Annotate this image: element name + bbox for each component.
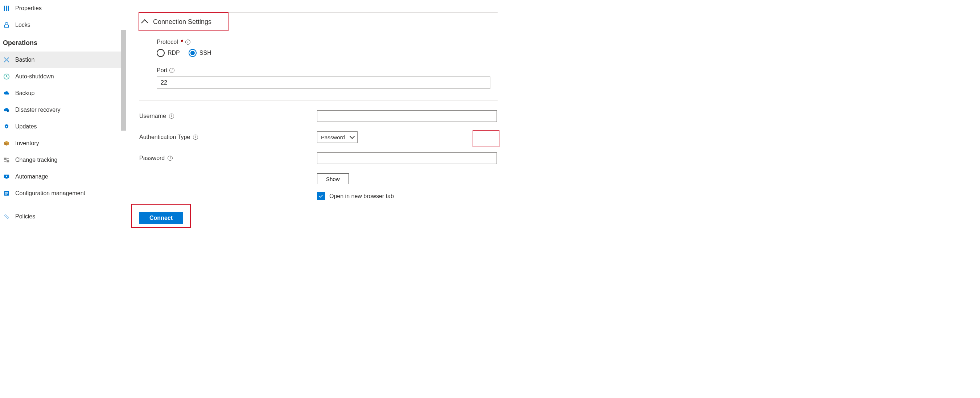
open-new-tab-label: Open in new browser tab — [329, 193, 394, 199]
sidebar-item-label: Updates — [15, 123, 122, 130]
password-row: Password i — [139, 152, 967, 164]
sidebar-item-backup[interactable]: Backup — [0, 85, 126, 102]
authtype-row: Authentication Type i Password — [139, 131, 967, 143]
svg-rect-2 — [8, 6, 9, 11]
cloud-dr-icon — [3, 106, 10, 113]
svg-rect-3 — [5, 25, 9, 27]
sidebar-item-locks[interactable]: Locks — [0, 17, 126, 33]
connection-settings-header[interactable]: Connection Settings — [139, 13, 214, 30]
sidebar-item-properties[interactable]: Properties — [0, 0, 126, 17]
svg-rect-8 — [6, 160, 9, 162]
username-label: Username — [139, 113, 166, 119]
sidebar-item-config-mgmt[interactable]: Configuration management — [0, 185, 126, 202]
sidebar-item-label: Bastion — [15, 57, 122, 63]
automanage-icon — [3, 173, 10, 180]
sidebar-item-bastion[interactable]: Bastion — [0, 51, 126, 68]
lock-icon — [3, 21, 10, 29]
radio-dot — [189, 49, 197, 57]
sidebar-item-label: Disaster recovery — [15, 107, 122, 113]
sidebar-item-label: Auto-shutdown — [15, 73, 122, 80]
authtype-label: Authentication Type — [139, 134, 190, 140]
password-input[interactable] — [317, 152, 497, 164]
svg-rect-1 — [6, 6, 7, 11]
port-field: Port i — [157, 67, 967, 74]
policies-icon — [3, 213, 10, 220]
bastion-icon — [3, 56, 10, 64]
open-new-tab-checkbox[interactable]: Open in new browser tab — [317, 192, 394, 200]
sidebar-item-label: Properties — [15, 5, 122, 12]
connect-button[interactable]: Connect — [139, 212, 183, 224]
protocol-label-text: Protocol — [157, 39, 178, 45]
info-icon[interactable]: i — [169, 113, 174, 119]
required-asterisk: * — [181, 39, 183, 45]
change-tracking-icon — [3, 156, 10, 164]
protocol-field: Protocol * i — [157, 39, 967, 45]
box-icon — [3, 140, 10, 147]
sidebar-item-label: Automanage — [15, 174, 122, 180]
main-content: Connection Settings Protocol * i RDP SSH — [126, 0, 980, 398]
port-label-text: Port — [157, 67, 167, 74]
sidebar-scroll[interactable]: Properties Locks Operations — [0, 0, 126, 398]
svg-point-11 — [6, 175, 7, 177]
show-button-label: Show — [326, 176, 340, 182]
sidebar-item-label: Locks — [15, 22, 122, 28]
sidebar-item-automanage[interactable]: Automanage — [0, 168, 126, 185]
protocol-radio-group: RDP SSH — [157, 49, 967, 57]
svg-rect-15 — [5, 194, 7, 194]
protocol-radio-rdp[interactable]: RDP — [157, 49, 180, 57]
sidebar-scrollbar-thumb[interactable] — [121, 30, 126, 131]
divider — [139, 100, 498, 101]
sidebar-item-disaster-recovery[interactable]: Disaster recovery — [0, 102, 126, 118]
sidebar: Properties Locks Operations — [0, 0, 126, 398]
sidebar-item-label: Inventory — [15, 140, 122, 146]
radio-dot — [157, 49, 165, 57]
sidebar-item-inventory[interactable]: Inventory — [0, 135, 126, 152]
svg-point-6 — [6, 126, 7, 127]
sidebar-item-label: Backup — [15, 90, 122, 97]
protocol-radio-ssh[interactable]: SSH — [189, 49, 212, 57]
connect-button-label: Connect — [150, 215, 173, 221]
sidebar-item-label: Policies — [15, 213, 122, 220]
info-icon[interactable]: i — [185, 40, 191, 45]
protocol-radio-rdp-label: RDP — [167, 50, 180, 56]
svg-rect-7 — [4, 158, 6, 160]
username-row: Username i — [139, 110, 967, 122]
svg-point-5 — [7, 110, 9, 112]
protocol-radio-ssh-label: SSH — [199, 50, 212, 56]
svg-point-16 — [5, 215, 6, 217]
show-button[interactable]: Show — [317, 174, 349, 184]
svg-point-17 — [6, 217, 8, 218]
port-label: Port i — [157, 67, 175, 74]
checkbox-box — [317, 192, 325, 200]
divider — [139, 12, 498, 13]
sidebar-item-updates[interactable]: Updates — [0, 118, 126, 135]
password-label: Password — [139, 155, 165, 161]
clock-icon — [3, 73, 10, 80]
connection-settings-title: Connection Settings — [153, 18, 212, 26]
sidebar-group-operations: Operations — [0, 33, 126, 50]
svg-rect-0 — [4, 6, 5, 11]
protocol-label: Protocol * i — [157, 39, 191, 45]
info-icon[interactable]: i — [193, 135, 198, 140]
info-icon[interactable]: i — [167, 156, 173, 161]
sidebar-item-auto-shutdown[interactable]: Auto-shutdown — [0, 68, 126, 85]
sidebar-item-policies[interactable]: Policies — [0, 208, 126, 225]
svg-rect-13 — [5, 192, 8, 192]
port-input[interactable] — [157, 76, 490, 89]
chevron-up-icon — [141, 19, 148, 27]
show-row: Show — [139, 174, 967, 184]
authtype-select[interactable]: Password — [317, 131, 358, 143]
config-mgmt-icon — [3, 190, 10, 197]
newtab-row: Open in new browser tab — [139, 192, 967, 200]
sidebar-item-change-tracking[interactable]: Change tracking — [0, 152, 126, 168]
svg-rect-14 — [5, 193, 8, 193]
gear-icon — [3, 123, 10, 130]
username-input[interactable] — [317, 110, 497, 122]
info-icon[interactable]: i — [169, 68, 175, 73]
authtype-value: Password — [321, 134, 345, 140]
sidebar-group-label: Operations — [3, 39, 37, 46]
cloud-backup-icon — [3, 90, 10, 97]
sidebar-item-label: Configuration management — [15, 190, 122, 197]
svg-rect-10 — [5, 178, 7, 179]
sidebar-item-label: Change tracking — [15, 157, 122, 163]
